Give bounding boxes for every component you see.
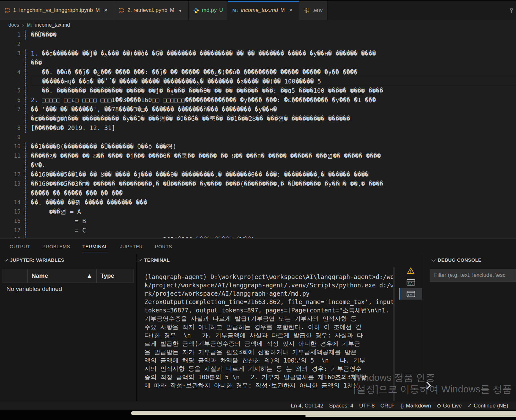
editor-line: ��� xyxy=(0,58,516,67)
panel-tab-terminal[interactable]: TERMINAL xyxy=(82,239,108,254)
panel-tab-problems[interactable]: PROBLEMS xyxy=(42,239,70,254)
debug-filter-input[interactable] xyxy=(430,269,516,282)
code-text: ��. ����� ��꿝 ����� ������� �ٚ�� xyxy=(31,198,516,207)
terminal-session-cmd-selected[interactable]: C:\ xyxy=(399,288,422,300)
chevron-down-icon xyxy=(138,258,142,262)
terminal-line: 에 따라 작성·보관하지 아니한 경우: 작성·보관하지 아니한 금액의 1천분 xyxy=(144,381,393,389)
line-number: 13 xyxy=(0,179,21,188)
markdown-icon: M↓ xyxy=(232,7,238,13)
editor-line: ����� �� ����� �ٚ�� �� �ٚ�� xyxy=(0,188,516,198)
status-utf-8[interactable]: UTF-8 xyxy=(359,403,374,409)
git-modified-gutter xyxy=(25,207,26,216)
code-text: 365(�366 ����:����� �V��) xyxy=(31,235,516,238)
panel-divider[interactable] xyxy=(136,254,137,401)
env-icon xyxy=(304,7,310,13)
status-go-live[interactable]: ⊙Go Live xyxy=(437,403,462,409)
editor-line: 14��. ����� ��꿝 ����� ������� �ٚ�� xyxy=(0,198,516,207)
check-icon: ✓ xyxy=(468,403,472,409)
status-continue-ne-[interactable]: ✓Continue (NE) xyxy=(468,403,508,409)
status-crlf[interactable]: CRLF xyxy=(380,403,394,409)
line-number: 14 xyxy=(0,198,21,207)
editor-tab-bar: 1. langchain_vs_langgraph.ipynbM×2. retr… xyxy=(0,0,516,20)
tab--env[interactable]: .env xyxy=(299,1,327,20)
tab-2-retrieval-ipynb[interactable]: 2. retrieval.ipynbM● xyxy=(114,1,189,20)
code-text: 1. ��ɑ̍������� ��ǰ� �ۼ��� �́�(��ɑ̍� �Ǵ� … xyxy=(31,49,516,58)
variables-col-type[interactable]: Type xyxy=(97,269,133,283)
status-markdown[interactable]: {}Markdown xyxy=(400,403,431,409)
status-label: Continue (NE) xyxy=(474,403,508,409)
terminal-warning-icon[interactable] xyxy=(399,265,422,276)
panel-tab-jupyter[interactable]: JUPYTER xyxy=(120,239,143,254)
terminal-line: 르게 발급한 금액(기부금영수증의 금액에 적정 있지 아니한 경우에 기부금 xyxy=(144,339,393,348)
line-number: 18 xyxy=(0,235,21,238)
terminal-session-cmd[interactable]: C:\ xyxy=(399,276,422,288)
panel-tab-ports[interactable]: PORTS xyxy=(155,239,172,254)
status-label: UTF-8 xyxy=(359,403,374,409)
tab-md-py[interactable]: md.pyU xyxy=(189,1,228,20)
editor-actions-icon[interactable] xyxy=(509,8,514,15)
git-modified-gutter xyxy=(25,39,26,49)
tab-income-tax-md[interactable]: M↓income_tax.mdM× xyxy=(228,1,299,20)
terminal-scrollbar[interactable] xyxy=(393,267,395,405)
jupyter-icon xyxy=(4,7,11,13)
panel-tab-output[interactable]: OUTPUT xyxy=(10,239,30,254)
code-text: ���꼄 = A xyxy=(31,207,516,216)
braces-icon: {} xyxy=(400,403,404,409)
git-modified-gutter xyxy=(25,86,26,95)
git-modified-gutter xyxy=(25,67,26,77)
status-ln-4-col-142[interactable]: Ln 4, Col 142 xyxy=(291,403,323,409)
line-number xyxy=(0,58,21,67)
line-number xyxy=(0,161,21,170)
code-text: ��Ứ���� xyxy=(31,30,516,39)
jupyter-variables-header[interactable]: JUPYTER: VARIABLES xyxy=(4,257,64,263)
editor-area[interactable]: 1��Ứ����231. ��ɑ̍������� ��ǰ� �ۼ��� �́�(… xyxy=(0,30,516,238)
tab-1-langchain-vs-langgraph-ipynb[interactable]: 1. langchain_vs_langgraph.ipynbM× xyxy=(0,1,114,20)
git-status-badge: M xyxy=(96,7,100,13)
editor-line: �V�. xyxy=(0,161,516,170)
svg-text:C:\: C:\ xyxy=(408,282,413,285)
editor-line: �ɛ�����ġ�ǹ��� ���������� �y��Ɔ� ���꼄�� �… xyxy=(0,114,516,123)
code-text: �V�. xyxy=(31,161,516,170)
git-modified-gutter xyxy=(25,198,26,207)
editor-line: 5 ��. �������� ��������� ����� ��ǰ� �ۼ��… xyxy=(0,86,516,95)
markdown-file-icon: M↓ xyxy=(27,22,33,28)
status-spaces-4[interactable]: Spaces: 4 xyxy=(329,403,354,409)
git-modified-gutter xyxy=(25,77,26,86)
breadcrumb-file[interactable]: M↓ income_tax.md xyxy=(27,22,70,28)
panel-divider[interactable] xyxy=(423,254,423,401)
text-cursor xyxy=(266,77,266,85)
line-number: 4 xyxy=(0,67,21,77)
code-text: = B xyxy=(31,216,516,226)
editor-line: 9 xyxy=(0,133,516,142)
line-number xyxy=(0,188,21,198)
line-number: 2 xyxy=(0,39,21,49)
terminal-line: 자의 인적사항 등을 사실과 다르게 기재하는 등 논 외의 경우: 기부금영수 xyxy=(144,364,393,373)
line-number: 7 xyxy=(0,105,21,114)
editor-line: 15 ���꼄 = A xyxy=(0,207,516,216)
terminal-line: (langgraph-agent) D:\work\project\worksp… xyxy=(144,273,393,281)
code-text: = C xyxy=(31,226,516,235)
breadcrumb-folder[interactable]: docs xyxy=(8,22,19,28)
code-text: [������ɑ� 2019. 12. 31] xyxy=(31,123,516,133)
tab-label: 2. retrieval.ipynb xyxy=(127,7,168,13)
line-number: 10 xyxy=(0,142,21,151)
close-icon[interactable]: × xyxy=(102,7,109,14)
chevron-down-icon xyxy=(4,258,8,262)
terminal-line: 을 발급받는 자가 기부금을 필요3회에 산행하거나 기부금세액공제를 받은 xyxy=(144,348,393,356)
git-modified-gutter xyxy=(25,95,26,105)
terminal-header[interactable]: TERMINAL xyxy=(138,257,170,263)
variables-col-name[interactable]: Name ▲ xyxy=(28,269,97,283)
background-window-edge xyxy=(131,411,516,415)
editor-line: 62. □□□□□ □□ɛ□ □□□□ □□□1��3����160□□ □□□… xyxy=(0,95,516,105)
variables-table-header: Name ▲ Type xyxy=(3,269,133,283)
variables-col-blank xyxy=(3,269,28,283)
code-text: ��160����5��3�□� ������ ���������,� �Ű��… xyxy=(31,179,516,188)
debug-console-header[interactable]: DEBUG CONSOLE xyxy=(432,257,481,263)
code-text: �� '��� �� ������', ��78����3�□� ������ … xyxy=(31,105,516,114)
git-modified-gutter xyxy=(25,142,26,151)
code-text: �ɛ�����ġ�ǹ��� ���������� �y��Ɔ� ���꼄�� �… xyxy=(31,114,516,123)
unsaved-dot-icon[interactable]: ● xyxy=(177,8,184,13)
terminal-output[interactable]: (langgraph-agent) D:\work\project\worksp… xyxy=(144,273,393,401)
variables-empty-message: No variables defined xyxy=(6,285,62,293)
close-icon[interactable]: × xyxy=(287,7,294,14)
